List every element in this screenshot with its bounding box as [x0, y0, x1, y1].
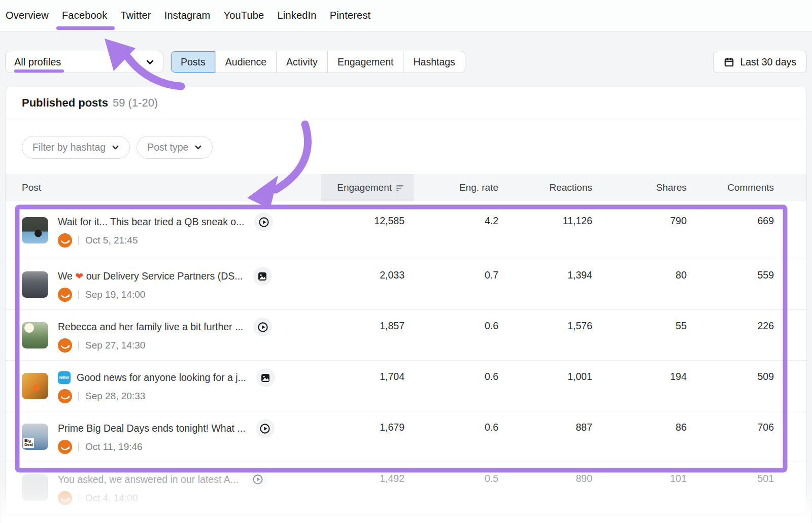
post-title[interactable]: We ❤ our Delivery Service Partners (DS..…	[58, 270, 243, 282]
card-header: Published posts 59 (1-20)	[6, 87, 806, 118]
post-cell: Big Deal Prime Big Deal Days ends tonigh…	[6, 411, 321, 462]
table-row[interactable]: Wait for it... This bear tried a QB snea…	[6, 201, 806, 259]
amazon-smile-icon	[59, 340, 71, 351]
engagement-value: 2,033	[321, 259, 414, 309]
meta-divider	[78, 341, 79, 350]
comments-value: 706	[696, 411, 806, 462]
play-video-icon	[252, 474, 263, 485]
heart-emoji: ❤	[75, 271, 83, 282]
nav-item-facebook[interactable]: Facebook	[55, 10, 114, 21]
nav-item-instagram[interactable]: Instagram	[158, 10, 217, 21]
post-title[interactable]: Wait for it... This bear tried a QB snea…	[58, 216, 244, 228]
amazon-smile-icon	[59, 289, 71, 300]
post-thumbnail	[22, 271, 48, 298]
tab-posts[interactable]: Posts	[171, 51, 215, 73]
chevron-down-icon	[146, 58, 154, 66]
nav-item-pinterest[interactable]: Pinterest	[323, 10, 378, 21]
table-row[interactable]: Big Deal Prime Big Deal Days ends tonigh…	[6, 411, 806, 462]
reactions-value: 1,576	[507, 310, 601, 360]
comments-value: 509	[696, 361, 806, 411]
shares-value: 55	[601, 310, 696, 360]
meta-divider	[78, 442, 79, 451]
table-row[interactable]: You asked, we answered in our latest A..…	[6, 462, 806, 513]
reactions-value: 1,001	[507, 361, 601, 411]
sort-descending-icon	[396, 184, 404, 191]
reactions-value: 890	[507, 462, 601, 513]
shares-value: 86	[601, 411, 696, 462]
post-cell: We ❤ our Delivery Service Partners (DS..…	[6, 259, 321, 309]
post-title[interactable]: Rebecca and her family live a bit furthe…	[58, 321, 243, 333]
profile-avatar	[58, 233, 72, 248]
comments-value: 669	[696, 201, 806, 259]
nav-item-linkedin[interactable]: LinkedIn	[270, 10, 323, 21]
nav-item-overview[interactable]: Overview	[6, 10, 55, 21]
nav-item-twitter[interactable]: Twitter	[114, 10, 157, 21]
column-header-engagement[interactable]: Engagement	[321, 174, 414, 201]
eng-rate-value: 0.6	[414, 310, 507, 360]
post-cell: You asked, we answered in our latest A..…	[6, 462, 321, 513]
reactions-value: 1,394	[507, 259, 601, 309]
tab-engagement[interactable]: Engagement	[327, 51, 403, 73]
tab-activity[interactable]: Activity	[276, 51, 327, 73]
tab-hashtags[interactable]: Hashtags	[403, 51, 464, 73]
eng-rate-value: 0.6	[414, 361, 507, 411]
post-meta: Oct 11, 19:46	[58, 440, 275, 454]
table-header-row: PostEngagementEng. rateReactionsSharesCo…	[6, 174, 806, 201]
posts-count: 59 (1-20)	[113, 96, 158, 110]
section-tabs: PostsAudienceActivityEngagementHashtags	[171, 51, 465, 73]
post-thumbnail: Big Deal	[22, 424, 48, 450]
post-meta: Sep 27, 14:30	[58, 338, 272, 353]
chevron-down-icon	[112, 144, 119, 151]
post-date: Oct 4, 14:00	[85, 493, 138, 504]
tab-audience[interactable]: Audience	[215, 51, 276, 73]
play-video-icon	[258, 217, 269, 228]
column-label: Engagement	[337, 182, 392, 193]
reactions-value: 11,126	[507, 201, 601, 259]
eng-rate-value: 0.5	[414, 462, 507, 513]
post-date: Sep 28, 20:33	[85, 391, 145, 402]
profile-avatar	[58, 288, 72, 302]
post-title[interactable]: Good news for anyone looking for a j...	[77, 372, 246, 383]
reactions-value: 887	[507, 411, 601, 462]
column-header-reactions[interactable]: Reactions	[507, 174, 601, 201]
post-cell: NEW Good news for anyone looking for a j…	[6, 361, 321, 411]
filter-by-hashtag-dropdown[interactable]: Filter by hashtag	[22, 136, 130, 159]
eng-rate-value: 4.2	[414, 201, 507, 259]
table-row[interactable]: Rebecca and her family live a bit furthe…	[6, 310, 806, 361]
post-body: Wait for it... This bear tried a QB snea…	[58, 213, 273, 248]
post-title[interactable]: Prime Big Deal Days ends tonight! What .…	[58, 423, 246, 434]
column-header-comments[interactable]: Comments	[696, 174, 806, 201]
nav-item-youtube[interactable]: YouTube	[217, 10, 270, 21]
card-title: Published posts	[22, 96, 108, 110]
profile-avatar	[58, 440, 72, 454]
toolbar: All profiles PostsAudienceActivityEngage…	[5, 51, 807, 73]
post-thumbnail	[22, 217, 48, 243]
post-body: We ❤ our Delivery Service Partners (DS..…	[58, 267, 272, 302]
engagement-value: 1,679	[321, 411, 414, 462]
shares-value: 194	[601, 361, 696, 411]
engagement-value: 12,585	[321, 201, 414, 259]
column-header-eng-rate[interactable]: Eng. rate	[414, 174, 507, 201]
comments-value: 226	[696, 310, 806, 360]
post-date: Oct 11, 19:46	[85, 441, 143, 452]
thumbnail-text: Big Deal	[23, 438, 34, 448]
table-row[interactable]: We ❤ our Delivery Service Partners (DS..…	[6, 259, 806, 310]
date-range-button[interactable]: Last 30 days	[713, 51, 807, 73]
play-video-icon	[259, 423, 270, 434]
column-header-shares[interactable]: Shares	[601, 174, 696, 201]
profile-select[interactable]: All profiles	[5, 51, 163, 73]
post-type-chip	[249, 470, 267, 489]
eng-rate-value: 0.7	[414, 259, 507, 309]
table-row[interactable]: NEW Good news for anyone looking for a j…	[6, 361, 806, 411]
amazon-smile-icon	[59, 441, 71, 452]
post-type-dropdown[interactable]: Post type	[137, 136, 213, 159]
engagement-value: 1,857	[321, 310, 414, 360]
image-post-icon	[257, 271, 267, 282]
shares-value: 80	[601, 259, 696, 309]
post-type-chip	[256, 368, 275, 387]
post-title[interactable]: You asked, we answered in our latest A..…	[58, 474, 239, 485]
chevron-down-icon	[194, 144, 202, 151]
new-badge: NEW	[58, 371, 71, 384]
profile-select-value: All profiles	[14, 56, 61, 68]
play-video-icon	[257, 322, 268, 333]
